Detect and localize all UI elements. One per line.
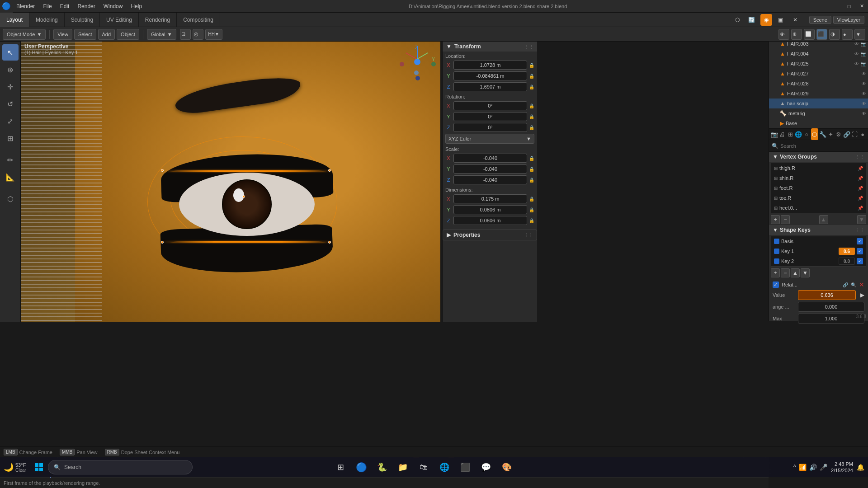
scale-z-field[interactable]: -0.040 [453,175,527,184]
outliner-item-HAIR025[interactable]: ▲ HAIR.025 👁 📷 [769,59,868,69]
taskbar-widgets-icon[interactable]: ⊞ [330,457,350,477]
hair003-eye-icon[interactable]: 👁 [854,42,859,47]
taskbar-edge-icon[interactable]: 🌐 [434,457,454,477]
tray-volume-icon[interactable]: 🔊 [809,464,817,471]
vg-up-btn[interactable]: ▲ [819,215,828,224]
rx-lock-icon[interactable]: 🔒 [529,103,534,108]
vg-section-dots[interactable]: ⋮⋮ [855,155,864,160]
prop-tab-view-layer[interactable]: ⊞ [787,128,794,140]
taskbar-paint-icon[interactable]: 🎨 [497,457,517,477]
vg-item-heel[interactable]: ⊞ heel.0... 📌 [771,203,866,213]
sk-remove-btn[interactable]: − [781,268,790,277]
outliner-item-HAIR027[interactable]: ▲ HAIR.027 👁 [769,69,868,79]
add-primitive-tool[interactable]: ⬡ [2,191,19,207]
render-engine-icon[interactable]: 🔄 [746,14,758,26]
prop-tab-object[interactable]: ⬡ [811,128,818,140]
sx-lock-icon[interactable]: 🔒 [529,156,534,161]
weather-widget[interactable]: 🌙 53°F Clear [4,462,26,473]
rotation-mode-dropdown[interactable]: XYZ Euler ▼ [445,134,534,144]
select-menu[interactable]: Select [74,29,96,40]
sk-item-basis[interactable]: Basis ✓ [771,236,866,246]
vg-item-thigh[interactable]: ⊞ thigh.R 📌 [771,163,866,173]
menu-file[interactable]: File [39,2,55,10]
tray-expand-icon[interactable]: ^ [793,464,796,471]
sk-key1-check[interactable]: ✓ [857,248,863,254]
dim-z-field[interactable]: 0.0806 m [453,216,527,225]
properties-dots-icon[interactable]: ⋮⋮ [524,233,533,238]
scene-controls-icon[interactable]: ⬡ [731,14,743,26]
taskbar-terminal-icon[interactable]: ⬛ [455,457,475,477]
viewport[interactable]: User Perspective (1) Hair | Eyelids : Ke… [21,42,440,322]
dz-lock-icon[interactable]: 🔒 [529,218,534,223]
tab-sculpting[interactable]: Sculpting [65,13,100,27]
sk-up-btn[interactable]: ▲ [791,268,800,277]
outliner-item-HAIR004[interactable]: ▲ HAIR.004 👁 📷 [769,49,868,59]
rotation-z-field[interactable]: 0° [453,123,527,132]
shading-solid-btn[interactable]: ⬛ [816,29,827,40]
sz-lock-icon[interactable]: 🔒 [529,178,534,183]
sk-down-btn[interactable]: ▼ [801,268,810,277]
value-increment-icon[interactable]: ▶ [860,292,864,298]
tray-mic-icon[interactable]: 🎤 [820,464,827,471]
vg-thigh-pin-icon[interactable]: 📌 [858,166,863,171]
notifications-icon[interactable]: 🔔 [857,464,864,471]
outliner-item-HAIR029[interactable]: ▲ HAIR.029 👁 [769,89,868,99]
taskbar-blender-icon active[interactable]: 🔵 [351,457,371,477]
proportional-btn[interactable]: ◎ [193,29,203,40]
scale-y-field[interactable]: -0.040 [453,164,527,174]
tab-compositing[interactable]: Compositing [177,13,220,27]
render-preview-icon[interactable]: ◉ [760,14,772,26]
mode-dropdown[interactable]: Object Mode ▼ [3,29,46,40]
outliner-item-more[interactable]: ▶ Base [769,118,868,128]
transform-tool[interactable]: ⊞ [2,130,19,146]
workspace-close-icon[interactable]: ✕ [789,14,801,26]
prop-tab-modifier[interactable]: 🔧 [819,128,826,140]
rotation-x-field[interactable]: 0° [453,101,527,110]
blender-logo[interactable]: 🔵 [0,0,13,13]
overlay-btn[interactable]: 👁 [778,29,789,40]
location-x-lock-icon[interactable]: 🔒 [529,63,534,68]
outliner-item-HAIR028[interactable]: ▲ HAIR.028 👁 [769,79,868,89]
sk-item-key1[interactable]: Key 1 0.6 ✓ [771,246,866,256]
prop-tab-data[interactable]: ⛶ [851,128,859,140]
menu-blender[interactable]: Blender [13,2,38,10]
hair025-camera-icon[interactable]: 📷 [861,61,866,66]
vg-item-toe[interactable]: ⊞ toe.R 📌 [771,193,866,203]
prop-tab-output[interactable]: 🖨 [779,128,786,140]
dx-lock-icon[interactable]: 🔒 [529,197,534,202]
prop-tab-world[interactable]: ○ [803,128,810,140]
transform-space-dropdown[interactable]: Global ▼ [147,29,176,40]
outliner-item-hairscalp[interactable]: ▲ hair scalp 👁 [769,99,868,108]
move-tool[interactable]: ✛ [2,79,19,95]
prop-tab-particles[interactable]: ✦ [827,128,835,140]
taskbar-file-icon[interactable]: 📁 [393,457,413,477]
rotate-tool[interactable]: ↺ [2,96,19,112]
gizmo-btn[interactable]: ⊕ [791,29,802,40]
cursor-tool[interactable]: ⊕ [2,61,19,78]
snap-btn[interactable]: ⊡ [180,29,191,40]
related-close-icon[interactable]: ✕ [859,281,864,288]
view-menu[interactable]: View [53,29,72,40]
dim-x-field[interactable]: 0.175 m [453,194,527,203]
measure-tool[interactable]: 📐 [2,169,19,185]
vg-toe-pin-icon[interactable]: 📌 [858,196,863,201]
location-y-field[interactable]: -0.084861 m [453,71,527,80]
start-button[interactable] [30,458,48,476]
menu-render[interactable]: Render [74,2,99,10]
location-z-field[interactable]: 1.6907 m [453,82,527,91]
hair004-camera-icon[interactable]: 📷 [861,52,866,56]
value-field[interactable]: 0.636 [798,290,856,300]
menu-edit[interactable]: Edit [57,2,73,10]
prop-tab-render[interactable]: 📷 [771,128,778,140]
sk-key2-value[interactable]: 0.0 [839,258,855,265]
shape-keys-header[interactable]: ▼ Shape Keys ⋮⋮ [769,225,868,235]
sk-basis-check[interactable]: ✓ [857,238,863,244]
annotate-tool[interactable]: ✏ [2,152,19,168]
scale-tool[interactable]: ⤢ [2,113,19,129]
taskbar-store-icon[interactable]: 🛍 [414,457,434,477]
rotation-y-field[interactable]: 0° [453,112,527,121]
hair004-eye-icon[interactable]: 👁 [854,52,859,56]
minimize-button[interactable]: — [830,0,843,13]
hair028-eye-icon[interactable]: 👁 [862,81,866,86]
tab-modeling[interactable]: Modeling [29,13,65,27]
